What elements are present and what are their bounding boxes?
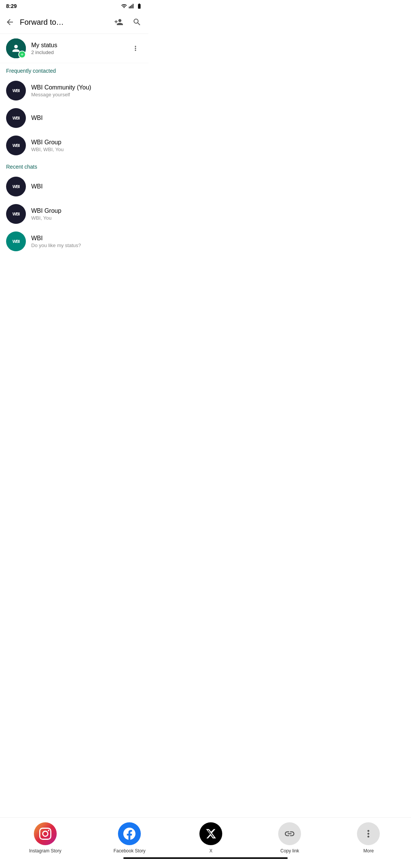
my-status-name: My status: [31, 42, 129, 49]
my-status-info: My status 2 included: [31, 42, 129, 55]
frequent-contact-wbi-group[interactable]: WBI WBI Group WBI, WBI, You: [0, 132, 148, 159]
status-time: 8:29: [6, 3, 17, 9]
top-icons: [110, 14, 145, 30]
my-status-sub: 2 included: [31, 49, 129, 55]
status-icons: [121, 3, 142, 9]
wbi-name: WBI: [31, 115, 142, 121]
wbi-avatar: WBI: [6, 108, 26, 128]
recent-wbi[interactable]: WBI WBI: [0, 173, 148, 200]
recent-wbi-teal[interactable]: WBI WBI Do you like my status?: [0, 228, 148, 255]
recent-wbi-teal-name: WBI: [31, 235, 142, 242]
my-status-avatar: [6, 38, 26, 58]
recent-wbi-teal-info: WBI Do you like my status?: [31, 235, 142, 248]
search-icon: [132, 18, 142, 27]
svg-point-4: [14, 45, 18, 48]
recent-wbi-group-avatar: WBI: [6, 204, 26, 224]
recent-wbi-name: WBI: [31, 183, 142, 190]
add-contact-button[interactable]: [110, 14, 127, 30]
plus-icon: [20, 52, 24, 57]
recent-chats-header: Recent chats: [0, 159, 148, 173]
frequent-contact-wbi[interactable]: WBI WBI: [0, 104, 148, 132]
signal-icon: [129, 3, 135, 9]
wbi-community-info: WBI Community (You) Message yourself: [31, 84, 142, 97]
frequent-contact-wbi-community[interactable]: WBI WBI Community (You) Message yourself: [0, 77, 148, 104]
back-button[interactable]: [2, 14, 18, 30]
page-title: Forward to…: [20, 18, 110, 27]
more-icon: [132, 45, 139, 52]
recent-wbi-group-info: WBI Group WBI, You: [31, 207, 142, 221]
recent-wbi-group-name: WBI Group: [31, 207, 142, 214]
recent-wbi-info: WBI: [31, 183, 142, 190]
wbi-community-name: WBI Community (You): [31, 84, 142, 91]
svg-rect-1: [130, 6, 131, 8]
add-status-icon: [18, 51, 26, 58]
wbi-info: WBI: [31, 115, 142, 121]
search-button[interactable]: [129, 14, 145, 30]
svg-rect-2: [131, 5, 132, 8]
recent-wbi-avatar: WBI: [6, 177, 26, 196]
wbi-group-name: WBI Group: [31, 139, 142, 146]
wifi-icon: [121, 3, 127, 9]
back-icon: [5, 18, 14, 27]
wbi-group-avatar: WBI: [6, 136, 26, 155]
recent-wbi-group[interactable]: WBI WBI Group WBI, You: [0, 200, 148, 228]
my-status-row[interactable]: My status 2 included: [0, 34, 148, 63]
wbi-group-info: WBI Group WBI, WBI, You: [31, 139, 142, 152]
recent-wbi-teal-avatar: WBI: [6, 231, 26, 251]
battery-icon: [136, 3, 142, 9]
my-status-more-button[interactable]: [129, 41, 142, 55]
recent-wbi-group-sub: WBI, You: [31, 215, 142, 221]
wbi-community-sub: Message yourself: [31, 92, 142, 97]
status-bar: 8:29: [0, 0, 148, 11]
svg-rect-3: [133, 4, 134, 8]
svg-rect-0: [129, 6, 130, 8]
wbi-group-sub: WBI, WBI, You: [31, 147, 142, 152]
frequently-contacted-header: Frequently contacted: [0, 63, 148, 77]
add-contact-icon: [114, 18, 123, 27]
recent-wbi-teal-sub: Do you like my status?: [31, 243, 142, 248]
wbi-community-avatar: WBI: [6, 81, 26, 101]
top-bar: Forward to…: [0, 11, 148, 34]
